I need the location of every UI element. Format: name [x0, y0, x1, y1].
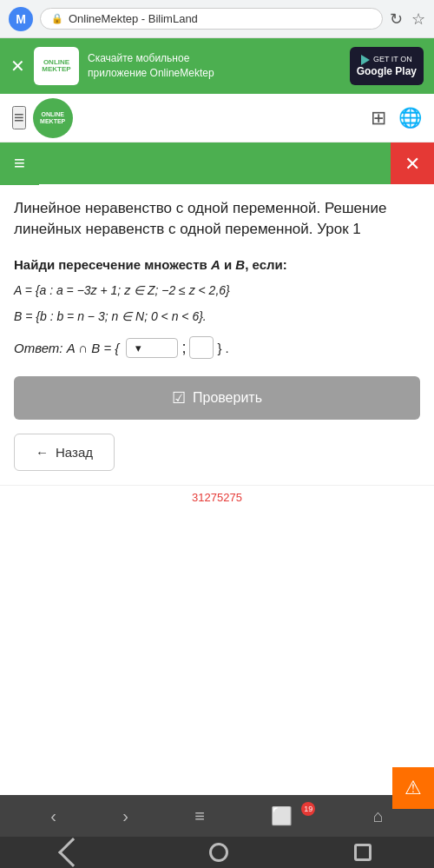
task-heading: Найди пересечение множеств A и B, если: [14, 257, 420, 272]
google-play-button[interactable]: GET IT ON Google Play [350, 47, 424, 85]
back-arrow-icon: ← [36, 445, 49, 460]
back-button[interactable]: ← Назад [14, 434, 115, 471]
check-label: Проверить [193, 390, 262, 406]
android-system-recents[interactable] [354, 844, 372, 861]
site-navbar: ≡ ONLINE MEKTEP ⊞ 🌐 [0, 94, 434, 142]
lesson-title: Линейное неравенство с одной переменной.… [14, 198, 420, 240]
grid-icon[interactable]: ⊞ [371, 107, 386, 129]
android-system-back[interactable] [58, 838, 88, 867]
android-tabs-button[interactable]: ⬜ [257, 798, 306, 833]
banner-logo: ONLINE MEKTEP [34, 47, 79, 85]
browser-logo: M [9, 7, 33, 31]
android-system-home[interactable] [209, 843, 228, 862]
logo-online: ONLINE [41, 111, 63, 118]
warning-fab[interactable]: ⚠ [392, 767, 434, 809]
android-navbar: ‹ › ≡ ⬜ 19 ⌂ [0, 795, 434, 837]
android-forward-button[interactable]: › [108, 799, 142, 833]
hamburger-button[interactable]: ≡ [0, 142, 39, 185]
chevron-down-icon: ▾ [135, 341, 141, 354]
tab-count-badge: 19 [301, 802, 315, 816]
banner-text-line2: приложение OnlineMektep [88, 66, 341, 81]
warning-icon: ⚠ [404, 777, 422, 799]
task-heading-bold: Найди пересечение множеств A и B, если: [14, 257, 287, 272]
answer-input[interactable] [189, 336, 214, 359]
globe-icon[interactable]: 🌐 [398, 107, 422, 129]
home-bar [0, 837, 434, 868]
android-tabs-button-wrap: ⬜ 19 [257, 798, 320, 833]
gp-title: Google Play [357, 65, 417, 77]
site-logo[interactable]: ONLINE MEKTEP [33, 98, 73, 138]
answer-line: Ответ: A ∩ B = { ▾ ; } . [14, 336, 420, 359]
semicolon: ; [181, 339, 186, 357]
close-button[interactable]: ✕ [391, 142, 434, 184]
browser-actions: ↻ ☆ [390, 10, 425, 29]
main-content: Линейное неравенство с одной переменной.… [0, 184, 434, 485]
reload-button[interactable]: ↻ [390, 10, 403, 29]
app-banner: ✕ ONLINE MEKTEP Скачайте мобильное прило… [0, 38, 434, 94]
heading-A: A [211, 257, 220, 272]
math-line-A: A = {a : a = −3z + 1; z ∈ Z; −2 ≤ z < 2,… [14, 281, 420, 300]
bottom-number: 31275275 [192, 491, 242, 504]
task-section: Найди пересечение множеств A и B, если: … [14, 257, 420, 360]
heading-B: B [235, 257, 245, 272]
content-area: ≡ ✕ Линейное неравенство с одной перемен… [0, 142, 434, 795]
logo-mektep: MEKTEP [40, 118, 65, 125]
banner-text-line1: Скачайте мобильное [88, 51, 341, 66]
back-label: Назад [56, 445, 93, 460]
banner-close-button[interactable]: ✕ [10, 56, 25, 76]
nav-menu-button[interactable]: ≡ [12, 106, 26, 129]
menu-strip: ≡ ✕ [0, 142, 434, 184]
gp-label: GET IT ON [373, 56, 412, 64]
closing-brace: } . [217, 341, 228, 355]
banner-logo-line2: MEKTEP [42, 66, 70, 73]
check-icon: ☑ [172, 388, 186, 407]
play-triangle-icon [361, 55, 370, 65]
gp-top: GET IT ON [361, 55, 412, 65]
answer-label: Ответ: A ∩ B = { [14, 341, 119, 355]
answer-dropdown[interactable]: ▾ [126, 338, 178, 358]
address-bar[interactable]: 🔒 OnlineMektep - BilimLand [40, 8, 383, 30]
math-line-B: B = {b : b = n − 3; n ∈ N; 0 < n < 6}. [14, 307, 420, 326]
address-text: OnlineMektep - BilimLand [69, 12, 198, 25]
bookmark-button[interactable]: ☆ [411, 10, 425, 29]
browser-bar: M 🔒 OnlineMektep - BilimLand ↻ ☆ [0, 0, 434, 38]
check-button[interactable]: ☑ Проверить [14, 376, 420, 420]
android-menu-button[interactable]: ≡ [181, 799, 219, 833]
lock-icon: 🔒 [51, 13, 63, 24]
banner-text: Скачайте мобильное приложение OnlineMekt… [88, 51, 341, 81]
android-back-button[interactable]: ‹ [36, 799, 70, 833]
bottom-number-bar: 31275275 [0, 485, 434, 509]
